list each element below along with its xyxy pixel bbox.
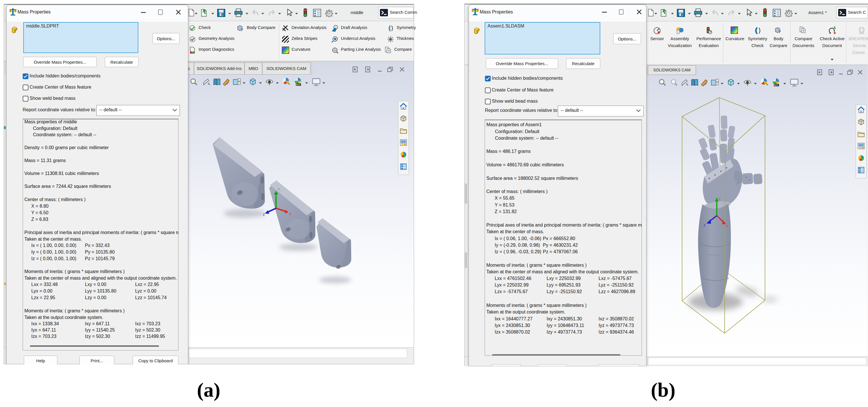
- svg-text:X: X: [726, 225, 728, 228]
- svg-text:Y: Y: [278, 188, 280, 191]
- svg-text:Z: Z: [263, 213, 265, 216]
- svg-text:X: X: [289, 212, 291, 216]
- svg-text:Z: Z: [704, 224, 705, 227]
- svg-text:?: ?: [802, 29, 804, 33]
- svg-text:?: ?: [241, 27, 243, 32]
- svg-text:?: ?: [778, 29, 781, 34]
- svg-text:Y: Y: [718, 198, 720, 201]
- svg-text:?: ?: [388, 49, 390, 53]
